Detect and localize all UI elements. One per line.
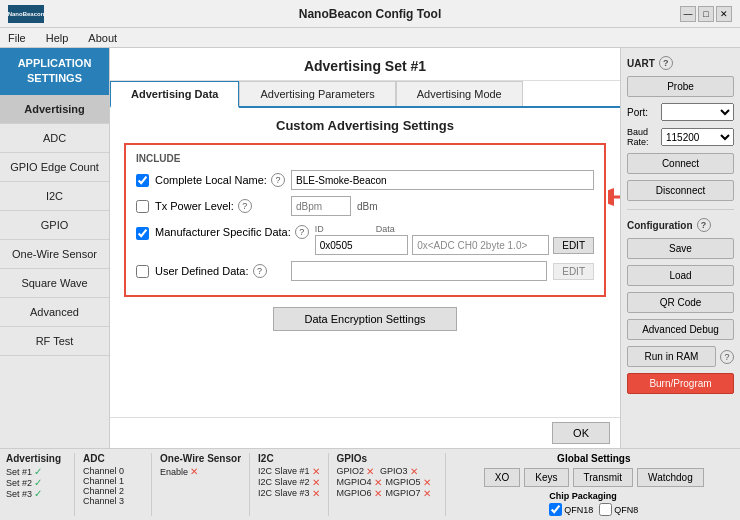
- tab-advertising-mode[interactable]: Advertising Mode: [396, 81, 523, 106]
- bottom-adc-title: ADC: [83, 453, 143, 464]
- bottom-advertising-section: Advertising Set #1✓ Set #2✓ Set #3✓: [6, 453, 66, 516]
- bottom-i2c-section: I2C I2C Slave #1✕ I2C Slave #2✕ I2C Slav…: [258, 453, 320, 516]
- app-logo: NanoBeacon: [8, 5, 44, 23]
- disconnect-button[interactable]: Disconnect: [627, 180, 734, 201]
- baud-select[interactable]: 115200: [661, 128, 734, 146]
- uart-section-title: UART ?: [627, 56, 734, 70]
- manufacturer-edit-button[interactable]: EDIT: [553, 237, 594, 254]
- config-section-title: Configuration ?: [627, 218, 734, 232]
- uart-help-icon[interactable]: ?: [659, 56, 673, 70]
- sidebar-item-advertising[interactable]: Advertising: [0, 95, 109, 124]
- global-btn-row-1: XO Keys Transmit Watchdog Chip Packaging…: [454, 468, 734, 516]
- tx-power-level-help-icon[interactable]: ?: [238, 199, 252, 213]
- sidebar-item-gpio-edge-count[interactable]: GPIO Edge Count: [0, 153, 109, 182]
- sidebar-item-i2c[interactable]: I2C: [0, 182, 109, 211]
- data-col-label: Data: [376, 224, 395, 234]
- adc-ch3: Channel 3: [83, 496, 143, 506]
- content-header: Advertising Set #1: [110, 48, 620, 81]
- window-controls[interactable]: — □ ✕: [680, 6, 732, 22]
- title-bar: NanoBeacon NanoBeacon Config Tool — □ ✕: [0, 0, 740, 28]
- bottom-divider-1: [74, 453, 75, 516]
- sidebar-item-advanced[interactable]: Advanced: [0, 298, 109, 327]
- sidebar-item-rf-test[interactable]: RF Test: [0, 327, 109, 356]
- maximize-btn[interactable]: □: [698, 6, 714, 22]
- config-help-icon[interactable]: ?: [697, 218, 711, 232]
- bottom-advertising-title: Advertising: [6, 453, 66, 464]
- bottom-divider-5: [445, 453, 446, 516]
- manufacturer-data-help-icon[interactable]: ?: [295, 225, 309, 239]
- complete-local-name-help-icon[interactable]: ?: [271, 173, 285, 187]
- title-bar-left: NanoBeacon: [8, 5, 44, 23]
- i2c-slave3: I2C Slave #3✕: [258, 488, 320, 499]
- manufacturer-data-input[interactable]: [412, 235, 549, 255]
- user-defined-data-label: User Defined Data: ?: [155, 264, 285, 278]
- dbm-label: dBm: [357, 201, 378, 212]
- load-button[interactable]: Load: [627, 265, 734, 286]
- burn-program-button[interactable]: Burn/Program: [627, 373, 734, 394]
- i2c-slave2: I2C Slave #2✕: [258, 477, 320, 488]
- user-defined-data-checkbox[interactable]: [136, 265, 149, 278]
- window-title: NanoBeacon Config Tool: [299, 7, 441, 21]
- red-arrow-indicator: [608, 183, 620, 211]
- tab-advertising-parameters[interactable]: Advertising Parameters: [239, 81, 395, 106]
- sidebar-item-one-wire[interactable]: One-Wire Sensor: [0, 240, 109, 269]
- advanced-debug-button[interactable]: Advanced Debug: [627, 319, 734, 340]
- advertising-set3: Set #3✓: [6, 488, 66, 499]
- save-button[interactable]: Save: [627, 238, 734, 259]
- adc-ch1: Channel 1: [83, 476, 143, 486]
- menu-about[interactable]: About: [84, 32, 121, 44]
- qfn18-checkbox[interactable]: [549, 503, 562, 516]
- close-btn[interactable]: ✕: [716, 6, 732, 22]
- sidebar-item-square-wave[interactable]: Square Wave: [0, 269, 109, 298]
- qfn18-option[interactable]: QFN18: [549, 503, 593, 516]
- run-ram-row: Run in RAM ?: [627, 346, 734, 367]
- user-defined-data-input[interactable]: [291, 261, 547, 281]
- watchdog-button[interactable]: Watchdog: [637, 468, 704, 487]
- data-encryption-button[interactable]: Data Encryption Settings: [273, 307, 456, 331]
- qfn8-option[interactable]: QFN8: [599, 503, 638, 516]
- connect-button[interactable]: Connect: [627, 153, 734, 174]
- tx-power-level-checkbox[interactable]: [136, 200, 149, 213]
- gpio-row1: GPIO2✕ GPIO3✕: [337, 466, 437, 477]
- port-select[interactable]: [661, 103, 734, 121]
- run-ram-help-icon[interactable]: ?: [720, 350, 734, 364]
- sidebar-header: APPLICATIONSETTINGS: [0, 48, 109, 95]
- baud-label: Baud Rate:: [627, 127, 657, 147]
- complete-local-name-checkbox[interactable]: [136, 174, 149, 187]
- sidebar: APPLICATIONSETTINGS Advertising ADC GPIO…: [0, 48, 110, 448]
- menu-help[interactable]: Help: [42, 32, 73, 44]
- manufacturer-data-label: Manufacturer Specific Data: ?: [155, 225, 309, 239]
- complete-local-name-label: Complete Local Name: ?: [155, 173, 285, 187]
- minimize-btn[interactable]: —: [680, 6, 696, 22]
- ok-button[interactable]: OK: [552, 422, 610, 444]
- tab-advertising-data[interactable]: Advertising Data: [110, 81, 239, 108]
- manufacturer-data-row: Manufacturer Specific Data: ? ID Data ED…: [136, 222, 594, 255]
- bottom-gpio-section: GPIOs GPIO2✕ GPIO3✕ MGPIO4✕ MGPIO5✕ MGPI…: [337, 453, 437, 516]
- sidebar-item-adc[interactable]: ADC: [0, 124, 109, 153]
- adc-ch0: Channel 0: [83, 466, 143, 476]
- transmit-button[interactable]: Transmit: [573, 468, 634, 487]
- tx-power-level-input[interactable]: [291, 196, 351, 216]
- global-settings-section: Global Settings XO Keys Transmit Watchdo…: [454, 453, 734, 516]
- custom-settings-panel: Custom Advertising Settings INCLUDE: [110, 108, 620, 417]
- chip-packaging-section: Chip Packaging QFN18 QFN8: [549, 491, 638, 516]
- menu-file[interactable]: File: [4, 32, 30, 44]
- chip-packaging-options: QFN18 QFN8: [549, 503, 638, 516]
- menu-bar: File Help About: [0, 28, 740, 48]
- probe-button[interactable]: Probe: [627, 76, 734, 97]
- complete-local-name-input[interactable]: [291, 170, 594, 190]
- run-in-ram-button[interactable]: Run in RAM: [627, 346, 716, 367]
- qfn8-checkbox[interactable]: [599, 503, 612, 516]
- xo-button[interactable]: XO: [484, 468, 520, 487]
- advertising-set1: Set #1✓: [6, 466, 66, 477]
- keys-button[interactable]: Keys: [524, 468, 568, 487]
- manufacturer-id-input[interactable]: [315, 235, 408, 255]
- user-defined-data-help-icon[interactable]: ?: [253, 264, 267, 278]
- bottom-divider-2: [151, 453, 152, 516]
- panel-divider-1: [627, 209, 734, 210]
- qr-code-button[interactable]: QR Code: [627, 292, 734, 313]
- sidebar-item-gpio[interactable]: GPIO: [0, 211, 109, 240]
- right-panel: UART ? Probe Port: Baud Rate: 115200 Con…: [620, 48, 740, 448]
- manufacturer-data-checkbox[interactable]: [136, 227, 149, 240]
- complete-local-name-row: Complete Local Name: ?: [136, 170, 594, 190]
